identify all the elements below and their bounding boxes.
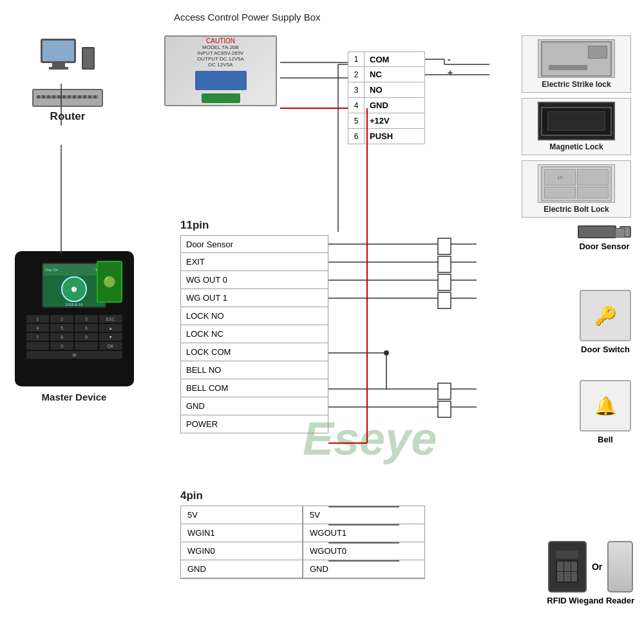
svg-text:+: + <box>448 68 453 78</box>
monitor-base <box>49 67 68 70</box>
terminal-block: 1 COM 2 NC 3 NO 4 GND 5 +12V 6 PUSH <box>348 52 425 144</box>
pin-row-bell-com: BELL COM <box>180 379 328 397</box>
svg-point-32 <box>384 350 389 355</box>
pin-row-exit-label: EXIT <box>181 257 328 267</box>
pin4-section: 4pin 5V WGIN1 WGIN0 GND 5V WGOUT1 WGOUT0… <box>180 489 425 579</box>
terminal-label-6: PUSH <box>365 131 393 141</box>
router-label: Router <box>19 110 116 123</box>
terminal-num-2: 2 <box>348 67 365 82</box>
svg-rect-28 <box>438 383 451 399</box>
pin-row-wgout1-label: WG OUT 1 <box>181 293 328 303</box>
power-supply-box: CAUTION MODEL TA-20BINPUT AC85V-265VOUTP… <box>164 35 280 113</box>
keypad: 1 2 3 ESC 4 5 6 ▲ 7 8 9 ▼ 0 OK ≋ <box>24 313 124 361</box>
pin4-left-wgin1: WGIN1 <box>181 524 302 542</box>
pin4-left-col: 5V WGIN1 WGIN0 GND <box>180 506 303 579</box>
door-switch-section: 🔑 Door Switch <box>580 290 631 354</box>
pin4-grid: 5V WGIN1 WGIN0 GND 5V WGOUT1 WGOUT0 GND <box>180 506 425 579</box>
rfid-section: Or RFID Wiegand Reader <box>547 541 634 605</box>
svg-text:-: - <box>448 54 451 64</box>
computer-tower <box>82 47 95 70</box>
terminal-row-1: 1 COM <box>348 52 425 67</box>
clock-icon: 🕐 <box>61 276 87 302</box>
terminal-num-3: 3 <box>348 82 365 97</box>
bell-label: Bell <box>580 435 631 444</box>
master-device-label: Master Device <box>10 392 138 402</box>
lock-section: Electric Strike lock Magnetic Lock 10 El <box>522 35 631 218</box>
terminal-row-4: 4 GND <box>348 98 425 113</box>
electric-bolt-lock-image: 10 <box>538 164 615 203</box>
magnetic-lock-item: Magnetic Lock <box>522 98 631 155</box>
electric-bolt-lock-label: Electric Bolt Lock <box>544 205 609 214</box>
terminal-label-5: +12V <box>365 116 390 126</box>
magnetic-lock-label: Magnetic Lock <box>549 142 603 151</box>
rfid-readers: Or <box>547 541 634 592</box>
pin-row-wgout0-label: WG OUT 0 <box>181 275 328 285</box>
pin-row-bell-no-label: BELL NO <box>181 365 328 375</box>
door-sensor-label: Door Sensor <box>578 242 631 251</box>
terminal-label-1: COM <box>365 55 389 64</box>
diagram: Access Control Power Supply Box Router <box>0 0 644 644</box>
network-switch-icon <box>32 89 103 107</box>
door-sensor-image-group <box>578 225 631 238</box>
pin4-left-wgin0: WGIN0 <box>181 542 302 560</box>
terminal-label-2: NC <box>365 70 382 79</box>
svg-rect-14 <box>438 238 451 254</box>
terminal-row-5: 5 +12V <box>348 113 425 129</box>
terminal-label-4: GND <box>365 100 388 110</box>
svg-rect-20 <box>438 274 451 290</box>
pin4-right-gnd: GND <box>303 560 424 578</box>
terminal-label-3: NO <box>365 85 383 95</box>
bell-image: 🔔 <box>580 380 631 431</box>
or-text: Or <box>592 562 602 572</box>
electric-strike-lock-item: Electric Strike lock <box>522 35 631 93</box>
magnetic-lock-image <box>538 102 615 140</box>
pin-row-bell-no: BELL NO <box>180 361 328 379</box>
terminal-num-4: 4 <box>348 98 365 113</box>
door-sensor-main-icon <box>578 225 616 238</box>
rfid-label: RFID Wiegand Reader <box>547 596 634 605</box>
pin4-right-wgout1: WGOUT1 <box>303 524 424 542</box>
door-switch-image: 🔑 <box>580 290 631 341</box>
svg-rect-15 <box>438 256 451 272</box>
pin11-section: 11pin Door Sensor EXIT WG OUT 0 WG OUT 1… <box>180 219 328 433</box>
device-box: Day On THU 🕐 2016-6-16 🟢 1 2 3 E <box>15 251 134 386</box>
computer-icon <box>19 39 116 70</box>
pin-row-wgout0: WG OUT 0 <box>180 271 328 289</box>
pin4-right-5v: 5V <box>303 506 424 524</box>
page-title: Access Control Power Supply Box <box>174 12 321 23</box>
rfid-reader1-image <box>548 541 587 592</box>
pin4-right-col: 5V WGOUT1 WGOUT0 GND <box>303 506 425 579</box>
pin-row-gnd-label: GND <box>181 401 328 411</box>
terminal-num-5: 5 <box>348 113 365 128</box>
electric-bolt-lock-item: 10 Electric Bolt Lock <box>522 160 631 218</box>
terminal-num-1: 1 <box>348 52 365 66</box>
pin-row-lock-no: LOCK NO <box>180 307 328 325</box>
svg-rect-29 <box>438 401 451 417</box>
terminal-num-6: 6 <box>348 129 365 144</box>
router-section: Router <box>19 39 116 123</box>
power-box-image: CAUTION MODEL TA-20BINPUT AC85V-265VOUTP… <box>164 35 277 106</box>
pin11-rows: Door Sensor EXIT WG OUT 0 WG OUT 1 LOCK … <box>180 235 328 433</box>
pin-row-lock-com-label: LOCK COM <box>181 347 328 357</box>
door-switch-label: Door Switch <box>580 345 631 354</box>
pin-row-lock-no-label: LOCK NO <box>181 311 328 321</box>
electric-strike-lock-label: Electric Strike lock <box>542 80 611 89</box>
pin-row-wgout1: WG OUT 1 <box>180 289 328 307</box>
pin-row-lock-com: LOCK COM <box>180 343 328 361</box>
terminal-row-2: 2 NC <box>348 67 425 82</box>
door-sensor-section: Door Sensor <box>578 225 631 251</box>
pin4-left-gnd: GND <box>181 560 302 578</box>
pin-row-door-sensor-label: Door Sensor <box>181 240 328 249</box>
pin-row-bell-com-label: BELL COM <box>181 383 328 393</box>
bell-section: 🔔 Bell <box>580 380 631 444</box>
pin4-title: 4pin <box>180 489 425 502</box>
pin-row-exit: EXIT <box>180 253 328 271</box>
electric-strike-lock-image <box>538 39 615 78</box>
pin4-left-5v: 5V <box>181 506 302 524</box>
master-device-section: Day On THU 🕐 2016-6-16 🟢 1 2 3 E <box>10 251 138 402</box>
pin-row-lock-nc: LOCK NC <box>180 325 328 343</box>
pin-row-door-sensor: Door Sensor <box>180 235 328 253</box>
rfid-reader2-image <box>607 541 633 592</box>
monitor-icon <box>41 39 76 63</box>
terminal-row-6: 6 PUSH <box>348 129 425 144</box>
